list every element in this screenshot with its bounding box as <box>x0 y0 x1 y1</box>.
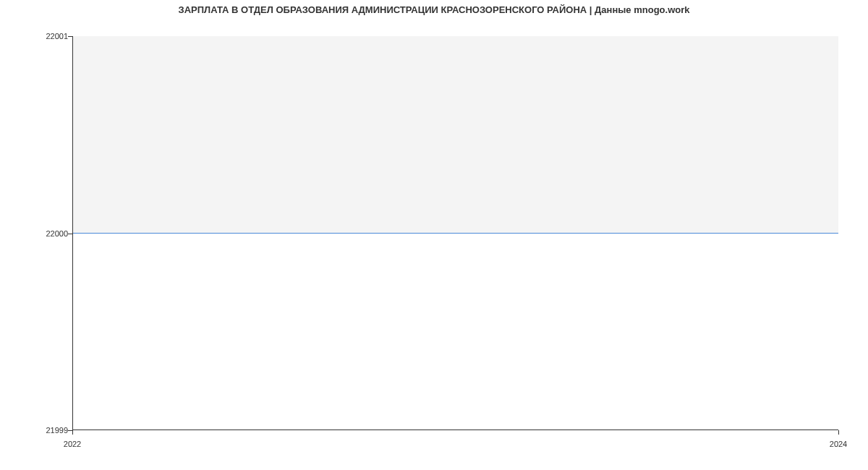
y-tick-label: 22001 <box>46 32 68 40</box>
fill-area <box>73 36 838 233</box>
x-tick <box>838 430 839 435</box>
plot-area <box>72 36 838 430</box>
y-tick <box>68 234 72 234</box>
x-tick-label: 2024 <box>830 440 847 448</box>
chart-title: ЗАРПЛАТА В ОТДЕЛ ОБРАЗОВАНИЯ АДМИНИСТРАЦ… <box>0 4 868 15</box>
x-tick-label: 2022 <box>64 440 81 448</box>
y-tick-label: 22000 <box>46 229 68 238</box>
y-tick <box>68 36 72 37</box>
x-tick <box>72 430 73 435</box>
chart-container: ЗАРПЛАТА В ОТДЕЛ ОБРАЗОВАНИЯ АДМИНИСТРАЦ… <box>0 0 868 470</box>
data-line <box>73 233 838 234</box>
y-tick-label: 21999 <box>46 426 68 435</box>
